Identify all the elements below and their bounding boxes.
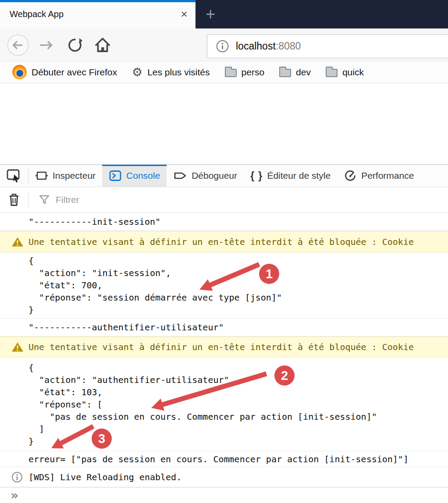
firefox-window: Webpack App × + (0, 0, 448, 503)
active-tab-accent (0, 0, 196, 2)
error-text: erreur= ["pas de session en cours. Comme… (0, 453, 409, 465)
json-line: "réponse": [ (28, 398, 377, 411)
json-line: "pas de session en cours. Commencer par … (28, 411, 377, 423)
home-button[interactable] (92, 28, 113, 61)
json-line: "action": "init-session", (28, 267, 282, 279)
reload-button[interactable] (65, 28, 85, 61)
tab-label: Console (126, 170, 160, 181)
json-line: "état": 103, (28, 386, 377, 398)
console-warning-row[interactable]: Une tentative visant à définir un en-têt… (0, 231, 448, 252)
folder-icon (326, 69, 338, 77)
tab-inspecteur[interactable]: Inspecteur (28, 165, 102, 187)
tab-label: Inspecteur (53, 170, 96, 181)
new-tab-button[interactable]: + (198, 0, 223, 28)
url-bar[interactable]: localhost:8080 (207, 34, 448, 58)
tab-close-icon[interactable]: × (175, 7, 193, 21)
log-text: "-----------init-session" (0, 216, 160, 228)
console-warning-row[interactable]: Une tentative visant à définir un en-têt… (0, 337, 448, 358)
url-host: localhost (236, 40, 276, 52)
console-toolbar: Filtrer (0, 187, 448, 213)
tab-label: Débogueur (192, 170, 237, 181)
bookmark-label: quick (342, 67, 364, 78)
forward-button[interactable] (36, 28, 56, 61)
console-info-row[interactable]: [WDS] Live Reloading enabled. (0, 467, 448, 487)
log-text: "-----------authentifier-utilisateur" (0, 321, 224, 333)
warning-icon (11, 236, 24, 247)
filter-placeholder: Filtrer (56, 195, 79, 205)
inspector-icon (35, 169, 48, 182)
json-line: } (28, 304, 282, 316)
bookmark-les-plus-visites[interactable]: ⚙ Les plus visités (132, 66, 210, 78)
console-json-row[interactable]: { "action": "init-session", "état": 700,… (0, 252, 448, 319)
console-log-row[interactable]: "-----------init-session" (0, 213, 448, 231)
console-output: "-----------init-session" Une tentative … (0, 213, 448, 503)
trash-icon (7, 193, 21, 207)
tab-title: Webpack App (10, 9, 175, 19)
tab-editeur-de-style[interactable]: { } Éditeur de style (244, 165, 337, 187)
bookmark-debuter-avec-firefox[interactable]: Débuter avec Firefox (12, 65, 117, 79)
tab-debogueur[interactable]: Débogueur (167, 165, 244, 187)
braces-icon: { } (250, 170, 263, 182)
filter-input[interactable]: Filtrer (38, 194, 79, 205)
console-icon (109, 170, 122, 182)
json-line: "réponse": "session démarrée avec type [… (28, 291, 282, 304)
bookmark-label: Les plus visités (147, 67, 210, 78)
page-content (0, 83, 448, 164)
devtools-tab-bar: Inspecteur Console Débogueur { } Éditeur… (0, 165, 448, 187)
bookmarks-toolbar: Débuter avec Firefox ⚙ Les plus visités … (0, 61, 448, 83)
json-line: } (28, 435, 377, 447)
console-input-row[interactable]: » (0, 487, 448, 503)
bookmark-folder-perso[interactable]: perso (225, 67, 265, 78)
performance-icon (344, 169, 357, 182)
folder-icon (279, 69, 291, 77)
warning-text: Une tentative visant à définir un en-têt… (0, 341, 414, 353)
toolbar-divider (28, 192, 28, 207)
back-button[interactable] (7, 28, 29, 61)
debugger-icon (173, 170, 187, 182)
console-prompt-icon: » (0, 488, 18, 503)
tab-label: Performance (361, 170, 414, 181)
home-icon (93, 36, 112, 54)
json-line: "état": 700, (28, 279, 282, 291)
info-icon (11, 471, 23, 483)
tab-console[interactable]: Console (102, 165, 167, 187)
clear-console-button[interactable] (0, 193, 28, 207)
warning-text: Une tentative visant à définir un en-têt… (0, 236, 414, 248)
json-line: { (28, 361, 377, 374)
gear-icon: ⚙ (132, 66, 142, 78)
console-error-row[interactable]: erreur= ["pas de session en cours. Comme… (0, 451, 448, 467)
tab-performance[interactable]: Performance (337, 165, 420, 187)
json-line: { (28, 255, 282, 267)
pick-element-button[interactable] (0, 165, 28, 187)
console-json-row[interactable]: { "action": "authentifier-utilisateur", … (0, 358, 448, 451)
pick-element-icon (7, 169, 21, 183)
back-arrow-icon (7, 34, 29, 56)
folder-icon (225, 69, 237, 77)
navigation-toolbar: localhost:8080 (0, 28, 448, 61)
forward-arrow-icon (37, 36, 55, 54)
devtools-panel: Inspecteur Console Débogueur { } Éditeur… (0, 164, 448, 503)
bookmark-label: dev (296, 67, 311, 78)
site-info-icon[interactable] (216, 40, 229, 53)
json-line: ] (28, 423, 377, 435)
firefox-logo-icon (12, 65, 27, 79)
bookmark-folder-dev[interactable]: dev (279, 67, 311, 78)
url-port: :8080 (276, 40, 301, 52)
url-text[interactable]: localhost:8080 (236, 40, 301, 52)
filter-funnel-icon (38, 194, 50, 205)
browser-tab-webpack-app[interactable]: Webpack App × (0, 0, 196, 28)
bookmark-label: perso (242, 67, 265, 78)
tab-label: Éditeur de style (267, 170, 331, 181)
bookmark-folder-quick[interactable]: quick (326, 67, 364, 78)
info-text: [WDS] Live Reloading enabled. (0, 471, 181, 483)
warning-icon (11, 342, 24, 353)
bookmark-label: Débuter avec Firefox (32, 67, 117, 78)
console-log-row[interactable]: "-----------authentifier-utilisateur" (0, 319, 448, 337)
reload-icon (66, 36, 84, 54)
json-line: "action": "authentifier-utilisateur", (28, 374, 377, 386)
tab-strip: Webpack App × + (0, 0, 448, 28)
